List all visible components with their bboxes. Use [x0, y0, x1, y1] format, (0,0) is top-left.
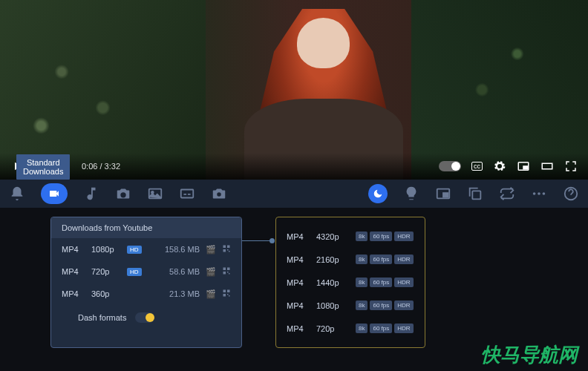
theater-button[interactable]: [540, 160, 554, 173]
download-row[interactable]: MP4 720p HD 58.6 MB 🎬: [51, 260, 241, 283]
camera-icon[interactable]: [115, 186, 131, 202]
svg-rect-27: [229, 295, 230, 297]
standard-downloads-badge: Standard Downloads: [16, 154, 70, 180]
svg-rect-25: [223, 294, 226, 297]
pip-icon[interactable]: [435, 186, 451, 202]
download-row[interactable]: MP4 1080p HD 158.6 MB 🎬: [51, 238, 241, 260]
fullscreen-button[interactable]: [564, 160, 578, 173]
downloads-panel: Downloads from Youtube MP4 1080p HD 158.…: [50, 217, 242, 348]
qr-icon[interactable]: [222, 266, 231, 277]
qr-icon[interactable]: [222, 289, 231, 299]
miniplayer-button[interactable]: [517, 160, 530, 173]
subtitles-icon[interactable]: [179, 186, 195, 202]
hd-badge: HD: [127, 268, 142, 276]
bulb-icon[interactable]: [403, 186, 419, 202]
audio-icon[interactable]: 🎬: [206, 267, 216, 277]
loop-icon[interactable]: [499, 186, 515, 202]
svg-rect-15: [223, 249, 226, 252]
svg-rect-23: [223, 290, 226, 293]
svg-point-9: [533, 192, 536, 195]
extension-toolbar: [0, 180, 588, 208]
svg-rect-22: [229, 273, 230, 275]
bell-icon[interactable]: [9, 186, 25, 202]
svg-rect-19: [227, 268, 230, 271]
copy-icon[interactable]: [467, 186, 483, 202]
audio-icon[interactable]: 🎬: [206, 245, 216, 255]
svg-rect-8: [472, 191, 480, 199]
dash-formats-row[interactable]: Dash formats: [51, 305, 241, 333]
svg-rect-13: [223, 246, 226, 249]
music-icon[interactable]: [83, 186, 99, 202]
dash-row[interactable]: MP4 4320p 8k 60 fps HDR: [276, 225, 425, 248]
watermark-text: 快马导航网: [481, 342, 578, 368]
svg-rect-21: [227, 272, 229, 273]
svg-rect-17: [229, 251, 230, 252]
time-display: 0:06 / 3:32: [82, 162, 120, 171]
darkmode-icon[interactable]: [368, 184, 388, 203]
image-icon[interactable]: [147, 186, 163, 202]
svg-point-11: [543, 192, 546, 195]
svg-rect-7: [443, 193, 448, 197]
captions-button[interactable]: cc: [471, 162, 483, 171]
connector-line: [242, 240, 272, 241]
download-row[interactable]: MP4 360p 21.3 MB 🎬: [51, 283, 241, 305]
svg-rect-18: [223, 268, 226, 271]
settings-button[interactable]: [493, 160, 506, 173]
video-player: Standard Downloads 0:06 / 3:32 cc: [0, 0, 588, 180]
audio-icon[interactable]: 🎬: [206, 289, 216, 299]
svg-rect-2: [542, 163, 552, 169]
video-icon[interactable]: [41, 183, 68, 204]
svg-rect-14: [227, 246, 230, 249]
svg-rect-5: [181, 190, 194, 198]
svg-rect-24: [227, 290, 230, 293]
more-icon[interactable]: [531, 186, 547, 202]
svg-rect-26: [227, 294, 229, 295]
dash-row[interactable]: MP4 720p 8k 60 fps HDR: [276, 317, 425, 340]
dash-panel: MP4 4320p 8k 60 fps HDR MP4 2160p 8k 60 …: [275, 217, 425, 348]
svg-rect-16: [227, 249, 229, 251]
snapshot-icon[interactable]: [211, 186, 227, 202]
dash-toggle[interactable]: [135, 312, 154, 323]
hd-badge: HD: [127, 246, 142, 254]
help-icon[interactable]: [563, 186, 579, 202]
svg-point-10: [538, 192, 540, 195]
autoplay-toggle[interactable]: [439, 161, 461, 171]
qr-icon[interactable]: [222, 244, 231, 255]
svg-rect-20: [223, 272, 226, 275]
panel-header: Downloads from Youtube: [51, 217, 241, 238]
player-controls: 0:06 / 3:32 cc: [0, 153, 588, 180]
svg-rect-1: [523, 166, 527, 169]
dash-row[interactable]: MP4 2160p 8k 60 fps HDR: [276, 248, 425, 271]
dash-row[interactable]: MP4 1440p 8k 60 fps HDR: [276, 271, 425, 294]
dash-row[interactable]: MP4 1080p 8k 60 fps HDR: [276, 294, 425, 317]
